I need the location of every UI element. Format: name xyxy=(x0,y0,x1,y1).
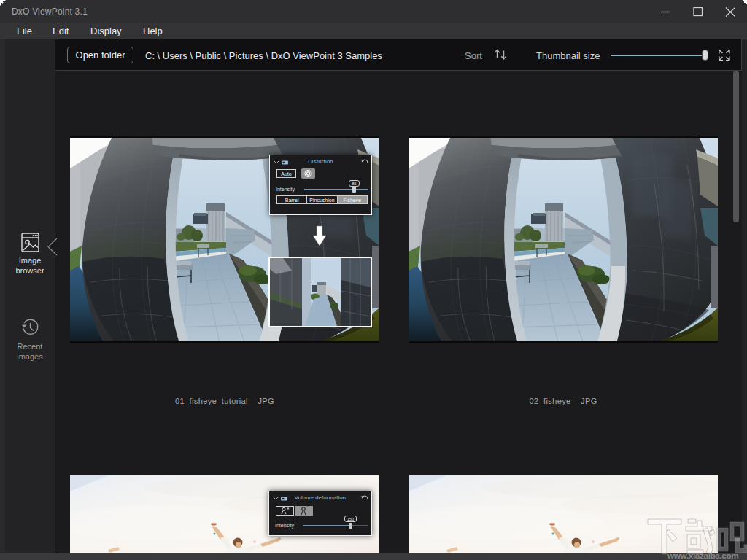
svg-text:www.xiazaiba.com: www.xiazaiba.com xyxy=(667,551,738,560)
